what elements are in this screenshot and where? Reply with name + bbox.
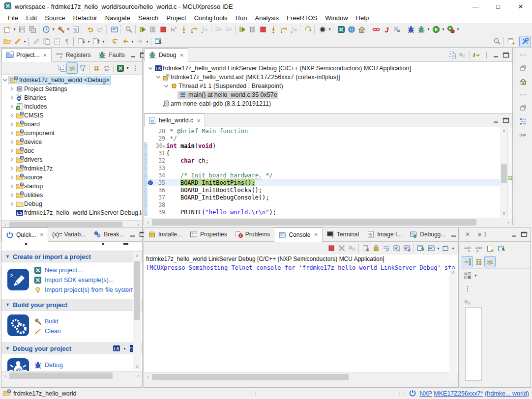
scroll-right-arrow[interactable]: › <box>134 373 142 378</box>
close-icon[interactable]: ✕ <box>314 232 318 237</box>
minimize-view-button[interactable] <box>492 50 501 60</box>
scroll-thumb[interactable] <box>152 374 349 380</box>
tab-registers[interactable]: 1010Registers <box>52 48 95 61</box>
tab-x-variab[interactable]: (x)= Variab... <box>48 228 89 241</box>
minimize-view-button[interactable] <box>128 229 137 240</box>
quickstart-link-new-project[interactable]: New project... <box>34 266 139 274</box>
menudots-icon[interactable] <box>462 284 473 294</box>
maximize-view-button[interactable] <box>520 229 529 240</box>
docgray-icon[interactable] <box>52 36 62 47</box>
instr-icon[interactable] <box>223 24 234 34</box>
perspnew-icon[interactable] <box>506 36 516 47</box>
home-icon[interactable] <box>518 76 528 86</box>
resume-icon[interactable] <box>237 24 247 34</box>
dots4-icon[interactable] <box>518 89 528 100</box>
collapse-triangle-icon[interactable]: ▼ <box>5 346 10 351</box>
project-tree-item[interactable]: Cboard <box>1 120 142 129</box>
tab-installe[interactable]: Installe... <box>144 228 186 241</box>
scroll-thumb[interactable] <box>9 372 113 379</box>
current-line-annotation[interactable] <box>508 176 512 180</box>
magnifier-icon[interactable] <box>123 24 134 34</box>
dots4-icon[interactable] <box>518 50 528 60</box>
dropdown-arrow-icon[interactable]: ▾ <box>130 39 135 44</box>
dropdown-arrow-icon[interactable]: ▾ <box>327 27 332 31</box>
saveall-icon[interactable] <box>27 24 37 34</box>
console-vscrollbar[interactable]: ∧ <box>449 269 457 382</box>
penyellow-icon[interactable] <box>12 36 23 47</box>
scroll-down-arrow[interactable]: ∨ <box>502 210 506 217</box>
backbent-icon[interactable] <box>110 36 120 47</box>
project-tree-item[interactable]: Cdoc <box>1 146 142 155</box>
dropdown-arrow-icon[interactable]: ▾ <box>23 39 27 44</box>
showout-icon[interactable] <box>391 243 402 254</box>
tree-chevron-icon[interactable] <box>8 113 15 118</box>
fwdgray-icon[interactable] <box>135 36 145 47</box>
quickstart-link-import-sdk-example-s[interactable]: Import SDK example(s)... <box>34 276 139 284</box>
power-status-icon[interactable] <box>409 389 416 399</box>
minimize-view-button[interactable] <box>449 229 458 240</box>
removex-icon[interactable] <box>336 243 347 254</box>
project-tree-item[interactable]: Csource <box>1 173 142 182</box>
swap-icon[interactable] <box>485 256 495 267</box>
runtool-icon[interactable] <box>445 24 456 34</box>
tree-chevron-icon[interactable] <box>8 166 15 171</box>
stepover-icon[interactable] <box>189 24 199 34</box>
varsxe-icon[interactable]: (x)= <box>518 129 528 140</box>
stepover-icon[interactable] <box>278 24 289 34</box>
dropdown-arrow-icon[interactable]: ▾ <box>451 246 455 251</box>
clock-icon[interactable] <box>41 24 51 34</box>
consoleic-icon[interactable] <box>426 243 436 254</box>
menu-edit[interactable]: Edit <box>22 13 41 23</box>
debug-stack-row[interactable]: frdmke17z_hello_world.axf [MKE17Z256xxx7… <box>144 73 512 82</box>
tab-debugg[interactable]: Debugg... <box>406 228 449 241</box>
bugblue-icon[interactable] <box>406 24 416 34</box>
window-minimize-button[interactable]: — <box>464 0 487 13</box>
debug-stack-row[interactable]: arm-none-eabi-gdb (8.3.1.20191211) <box>144 99 512 108</box>
minimize-view-button[interactable] <box>129 50 138 60</box>
maximize-view-button[interactable] <box>502 115 510 125</box>
menu-analysis[interactable]: Analysis <box>251 13 282 23</box>
restore-icon[interactable] <box>518 103 528 113</box>
linkeditor-icon[interactable] <box>67 63 77 73</box>
scroll-thumb[interactable] <box>501 164 507 183</box>
chipd-icon[interactable] <box>317 24 327 34</box>
binary-icon[interactable]: 010101 <box>70 24 81 34</box>
menu-file[interactable]: File <box>4 13 22 23</box>
clearconsole-icon[interactable] <box>360 243 371 254</box>
tree-chevron-icon[interactable] <box>8 192 15 198</box>
removexx-icon[interactable] <box>458 50 467 60</box>
menu-run[interactable]: Run <box>232 13 251 23</box>
project-tree-item[interactable]: Cdevice <box>1 138 142 146</box>
dropdown-arrow-icon[interactable]: ▾ <box>12 27 17 31</box>
dropdown-arrow-icon[interactable]: ▾ <box>441 27 445 31</box>
winpin-icon[interactable] <box>496 243 506 254</box>
tab-hello-world-c[interactable]: chello_world.c✕ <box>144 114 205 127</box>
iarrow-icon[interactable]: i <box>472 50 481 60</box>
statusbar-link-nxp[interactable]: NXP <box>419 390 432 397</box>
maximize-view-button[interactable] <box>502 50 510 60</box>
instr-icon[interactable] <box>213 24 223 34</box>
para-icon[interactable]: ¶ <box>62 36 72 47</box>
globe-icon[interactable] <box>346 24 356 34</box>
xide-icon[interactable] <box>336 24 346 34</box>
filter-icon[interactable] <box>77 63 88 73</box>
tree-chevron-icon[interactable] <box>147 65 154 71</box>
jboot-icon[interactable]: J <box>381 24 391 34</box>
lsbadge-icon[interactable]: LS <box>111 343 121 354</box>
menu-freertos[interactable]: FreeRTOS <box>283 13 321 23</box>
code-text[interactable]: int main(void) <box>166 142 512 149</box>
tree-chevron-icon[interactable] <box>8 121 15 127</box>
pengray-icon[interactable] <box>31 36 41 47</box>
menudots-icon[interactable] <box>130 63 140 73</box>
project-tree-item[interactable]: Debug <box>1 200 142 208</box>
code-text[interactable]: BOARD_InitDebugConsole(); <box>166 194 512 201</box>
outlineblue-icon[interactable] <box>518 116 528 126</box>
debug-stack-row[interactable]: main() at hello_world.c:35 0x57e <box>144 90 512 99</box>
save-icon[interactable] <box>17 24 27 34</box>
scroll-up-arrow[interactable]: ∧ <box>136 252 139 259</box>
debug-stack-row[interactable]: LSfrdmke17z_hello_world LinkServer Debug… <box>144 64 512 73</box>
updoc-icon[interactable] <box>91 36 101 47</box>
tab-terminal[interactable]: Terminal <box>323 228 363 241</box>
code-text[interactable]: BOARD_InitBootClocks(); <box>166 187 512 194</box>
project-tree-item[interactable]: Cutilities <box>1 191 142 200</box>
